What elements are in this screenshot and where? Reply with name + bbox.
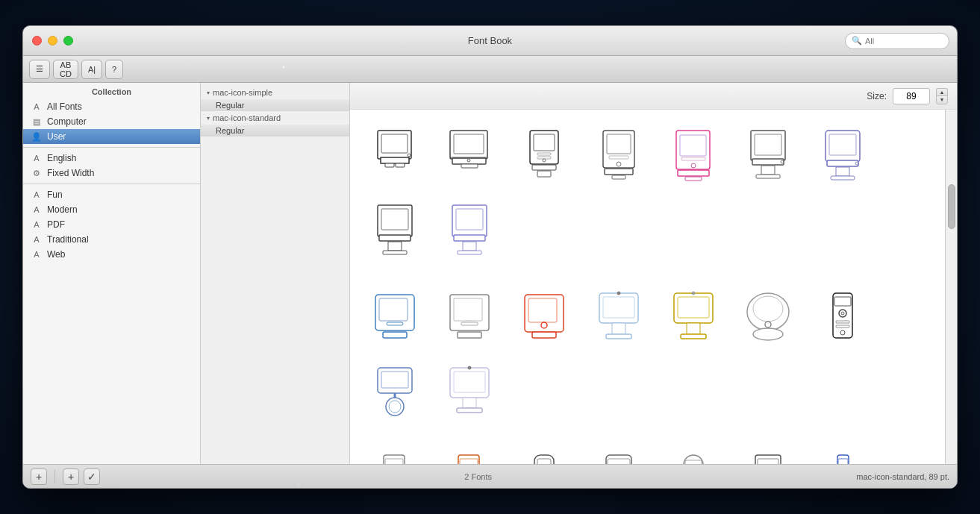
svg-rect-74	[681, 334, 706, 339]
svg-rect-35	[756, 175, 780, 178]
help-button[interactable]: ?	[105, 60, 123, 79]
aio-blue-icon	[372, 291, 420, 343]
svg-point-76	[753, 296, 783, 322]
svg-rect-47	[383, 251, 407, 254]
font-family-name-2: mac-icon-standard	[213, 113, 281, 122]
glyph-cell-13	[589, 286, 650, 348]
svg-rect-49	[456, 209, 483, 230]
font-style-regular-2[interactable]: Regular	[201, 125, 349, 137]
font-info-button[interactable]: A|	[81, 60, 102, 79]
triangle-icon: ▾	[207, 90, 210, 96]
sidebar-item-traditional[interactable]: A Traditional	[23, 232, 200, 247]
powermac-g4-icon	[596, 453, 644, 464]
english-icon: A	[31, 154, 43, 163]
preview-scrollbar[interactable]	[945, 110, 957, 464]
menu-button[interactable]: ☰	[29, 60, 50, 79]
glyph-row-2	[365, 286, 930, 422]
statusbar-separator-1	[54, 470, 55, 483]
preview-button[interactable]: ABCD	[53, 60, 78, 79]
size-up-button[interactable]: ▲	[936, 88, 948, 96]
sidebar-item-computer[interactable]: ▤ Computer	[23, 114, 200, 129]
search-box[interactable]: 🔍	[845, 33, 949, 49]
sidebar-item-modern[interactable]: A Modern	[23, 202, 200, 217]
sidebar-item-all-fonts[interactable]: A All Fonts	[23, 99, 200, 114]
slim-tower-blue-icon	[820, 453, 868, 464]
all-fonts-icon: A	[31, 102, 43, 111]
glyph-cell-9	[440, 199, 501, 260]
scroll-thumb[interactable]	[948, 184, 955, 229]
font-family-mac-icon-standard[interactable]: ▾ mac-icon-standard	[201, 111, 349, 125]
sidebar-item-label: Computer	[47, 116, 87, 127]
minimize-button[interactable]	[48, 36, 57, 46]
window-title: Font Book	[468, 35, 512, 46]
font-family-mac-icon-simple[interactable]: ▾ mac-icon-simple	[201, 86, 349, 99]
glyph-cell-2	[440, 125, 501, 186]
size-input[interactable]	[893, 88, 930, 104]
sidebar-divider-1	[23, 147, 200, 148]
grey-monitor-icon	[446, 291, 495, 343]
power-mac-icon	[372, 204, 420, 256]
size-down-button[interactable]: ▼	[936, 95, 948, 104]
mac-monitor-2-icon	[745, 129, 793, 181]
sidebar-item-label: PDF	[47, 219, 65, 230]
svg-rect-123	[755, 455, 781, 464]
svg-rect-64	[532, 332, 556, 338]
svg-rect-69	[606, 334, 631, 339]
mac-color-1-icon	[670, 129, 719, 181]
svg-rect-92	[454, 372, 485, 392]
svg-rect-101	[458, 455, 479, 464]
svg-point-67	[617, 292, 620, 295]
maximize-button[interactable]	[63, 36, 73, 46]
glyph-cell-12	[514, 286, 575, 348]
svg-rect-2	[381, 157, 409, 163]
titlebar-right: 🔍	[845, 33, 949, 49]
add-collection-button[interactable]: +	[31, 468, 47, 485]
fun-icon: A	[31, 190, 43, 199]
svg-rect-18	[537, 171, 551, 177]
glyph-cell-3	[514, 125, 575, 186]
mac-g4-cube-icon	[521, 453, 569, 464]
glyph-cell-6	[738, 125, 799, 186]
svg-rect-66	[603, 297, 634, 318]
svg-point-93	[468, 366, 471, 369]
add-font-button[interactable]: +	[63, 468, 79, 485]
glyph-cell-11	[440, 286, 501, 348]
web-icon: A	[31, 250, 43, 259]
emac-icon	[745, 291, 793, 343]
svg-rect-54	[379, 298, 408, 321]
sidebar-item-english[interactable]: A English	[23, 151, 200, 166]
close-button[interactable]	[32, 36, 42, 46]
sidebar-item-label: User	[47, 131, 66, 142]
search-input[interactable]	[865, 37, 943, 46]
svg-rect-10	[461, 164, 478, 168]
sidebar-item-user[interactable]: 👤 User	[23, 129, 200, 144]
svg-rect-32	[755, 134, 781, 155]
glyph-cell-22	[589, 448, 650, 464]
svg-rect-20	[607, 134, 631, 154]
svg-rect-58	[454, 298, 482, 321]
modern-icon: A	[31, 205, 43, 214]
svg-rect-94	[463, 398, 476, 408]
fixed-width-icon: ⚙	[31, 169, 43, 178]
sidebar-divider-2	[23, 184, 200, 184]
svg-rect-17	[532, 165, 556, 170]
collection-header: Collection	[23, 83, 200, 99]
sidebar-item-fixed-width[interactable]: ⚙ Fixed Width	[23, 166, 200, 181]
statusbar-left: + + ✓	[31, 468, 100, 485]
sidebar-item-pdf[interactable]: A PDF	[23, 217, 200, 232]
glyph-cell-15	[738, 286, 799, 348]
colorful-red-icon	[521, 291, 569, 343]
font-panel: ▾ mac-icon-simple Regular ▾ mac-icon-sta…	[201, 83, 350, 464]
preview-panel: Size: ▲ ▼	[350, 83, 957, 464]
font-style-label: Regular	[216, 101, 245, 110]
validate-button[interactable]: ✓	[84, 468, 100, 485]
font-style-regular-1[interactable]: Regular	[201, 99, 349, 111]
svg-rect-33	[752, 159, 784, 165]
glyph-row-3	[365, 448, 930, 464]
glyph-cell-23	[664, 448, 725, 464]
svg-rect-56	[383, 332, 407, 338]
sidebar-item-fun[interactable]: A Fun	[23, 187, 200, 202]
svg-rect-71	[678, 297, 709, 318]
svg-rect-46	[388, 242, 402, 251]
sidebar-item-web[interactable]: A Web	[23, 247, 200, 262]
